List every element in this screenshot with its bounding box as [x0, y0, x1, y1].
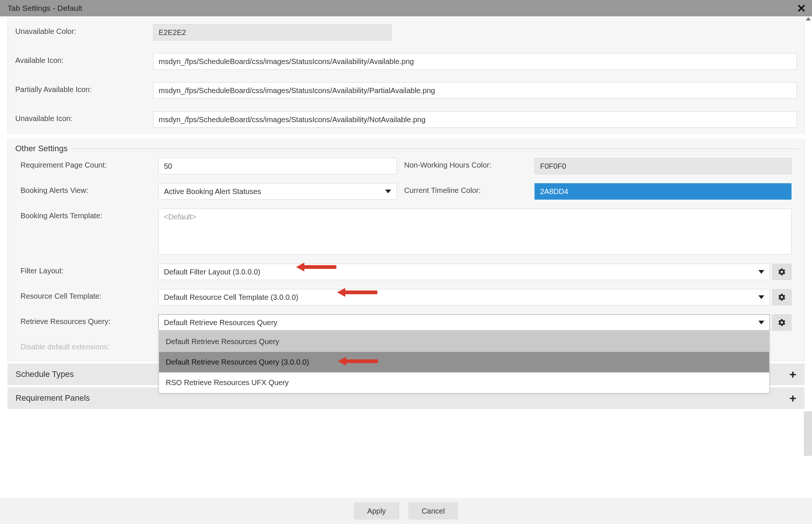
unavailable-icon-input[interactable]: msdyn_/fps/ScheduleBoard/css/images/Stat…	[153, 111, 797, 128]
cancel-button[interactable]: Cancel	[408, 502, 458, 520]
unavailable-color-swatch[interactable]: E2E2E2	[153, 24, 391, 41]
booking-alerts-view-label: Booking Alerts View:	[20, 183, 158, 195]
scroll-up-icon[interactable]	[806, 17, 811, 20]
filter-layout-gear-button[interactable]	[772, 264, 792, 280]
svg-marker-2	[338, 357, 378, 366]
plus-icon: +	[789, 368, 796, 381]
other-settings-legend: Other Settings	[15, 144, 70, 153]
annotation-arrow-icon	[338, 356, 379, 367]
retrieve-resources-query-gear-button[interactable]	[772, 314, 792, 331]
retrieve-resources-query-dropdown[interactable]: Default Retrieve Resources Query Default…	[158, 314, 770, 331]
booking-alerts-template-label: Booking Alerts Template:	[20, 209, 158, 220]
dropdown-option[interactable]: RSO Retrieve Resources UFX Query	[159, 372, 769, 393]
non-working-hours-color-swatch[interactable]: F0F0F0	[535, 158, 792, 174]
filter-layout-dropdown[interactable]: Default Filter Layout (3.0.0.0)	[158, 264, 770, 280]
chevron-down-icon	[385, 190, 391, 193]
apply-button[interactable]: Apply	[354, 502, 399, 520]
other-settings-group: Other Settings Requirement Page Count: 5…	[13, 144, 799, 356]
current-timeline-color-label: Current Timeline Color:	[404, 183, 535, 195]
available-icon-label: Available Icon:	[15, 53, 153, 65]
chevron-down-icon	[758, 321, 764, 324]
requirement-page-count-label: Requirement Page Count:	[20, 158, 158, 169]
close-icon[interactable]: ✕	[797, 2, 806, 15]
plus-icon: +	[789, 391, 796, 405]
dialog-footer: Apply Cancel	[0, 498, 812, 524]
filter-layout-label: Filter Layout:	[20, 264, 158, 275]
current-timeline-color-swatch[interactable]: 2A8DD4	[535, 183, 792, 200]
unavailable-color-label: Unavailable Color:	[15, 24, 153, 36]
accordion-title: Schedule Types	[16, 369, 74, 379]
gear-icon	[778, 293, 786, 301]
gear-icon	[778, 268, 786, 276]
dropdown-option[interactable]: Default Retrieve Resources Query	[159, 331, 769, 352]
resource-cell-template-gear-button[interactable]	[772, 289, 792, 305]
available-icon-input[interactable]: msdyn_/fps/ScheduleBoard/css/images/Stat…	[153, 53, 797, 70]
icon-settings-panel: Unavailable Color: E2E2E2 Available Icon…	[7, 18, 805, 361]
retrieve-resources-query-options: Default Retrieve Resources Query Default…	[159, 331, 770, 393]
dialog-titlebar: Tab Settings - Default ✕	[0, 0, 812, 16]
unavailable-icon-label: Unavailable Icon:	[15, 111, 153, 123]
accordion-title: Requirement Panels	[16, 393, 90, 403]
dialog-content: Unavailable Color: E2E2E2 Available Icon…	[0, 16, 812, 498]
disable-default-extensions-label: Disable default extensions:	[20, 340, 158, 351]
booking-alerts-view-dropdown[interactable]: Active Booking Alert Statuses	[158, 183, 397, 200]
booking-alerts-template-textarea[interactable]: <Default>	[158, 209, 792, 255]
dialog-title: Tab Settings - Default	[7, 4, 82, 13]
resource-cell-template-dropdown[interactable]: Default Resource Cell Template (3.0.0.0)	[158, 289, 770, 305]
scrollbar-thumb[interactable]	[804, 411, 812, 456]
requirement-page-count-input[interactable]: 50	[158, 158, 397, 174]
non-working-hours-color-label: Non-Working Hours Color:	[404, 158, 535, 169]
partially-available-icon-label: Partially Available Icon:	[15, 82, 153, 94]
chevron-down-icon	[758, 270, 764, 274]
resource-cell-template-label: Resource Cell Template:	[20, 289, 158, 301]
chevron-down-icon	[758, 295, 764, 299]
partially-available-icon-input[interactable]: msdyn_/fps/ScheduleBoard/css/images/Stat…	[153, 82, 797, 99]
icon-settings-rows: Unavailable Color: E2E2E2 Available Icon…	[8, 18, 804, 134]
gear-icon	[778, 318, 786, 327]
dropdown-option[interactable]: Default Retrieve Resources Query (3.0.0.…	[159, 352, 769, 372]
retrieve-resources-query-label: Retrieve Resources Query:	[20, 314, 158, 326]
